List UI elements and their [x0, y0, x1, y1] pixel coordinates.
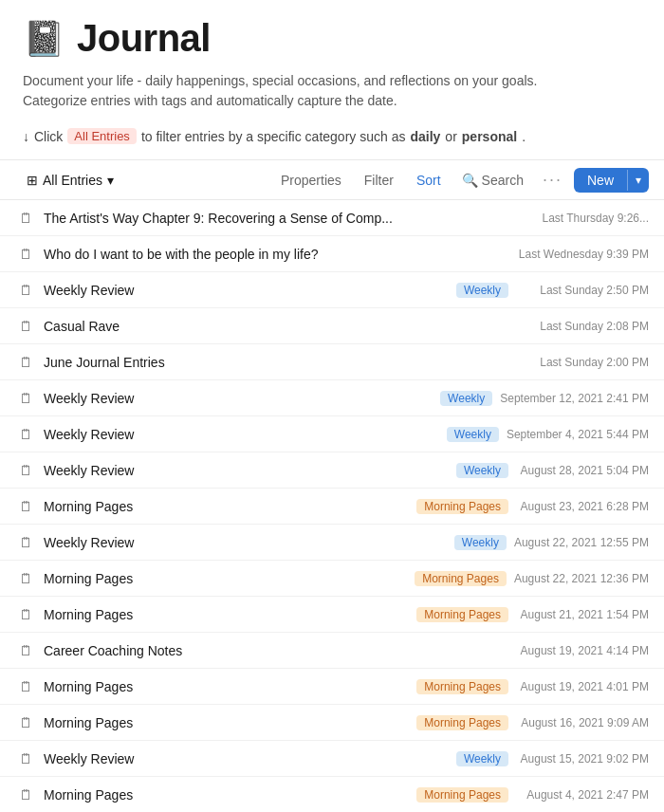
all-entries-button[interactable]: ⊞ All Entries ▾	[19, 169, 121, 192]
search-icon: 🔍	[462, 173, 478, 188]
document-icon: 🗒	[19, 462, 36, 478]
entry-tags: Morning Pages	[416, 607, 508, 622]
hint-text-after: to filter entries by a specific category…	[141, 129, 406, 144]
entry-title: Career Coaching Notes	[44, 643, 508, 658]
table-row[interactable]: 🗒Morning PagesMorning PagesAugust 21, 20…	[0, 597, 664, 633]
entries-list: 🗒The Artist's Way Chapter 9: Recovering …	[0, 200, 664, 812]
tag-weekly[interactable]: Weekly	[456, 463, 508, 478]
entry-title: Morning Pages	[44, 787, 409, 803]
entry-title: Who do I want to be with the people in m…	[44, 247, 508, 262]
entry-date: August 21, 2021 1:54 PM	[516, 608, 649, 621]
table-row[interactable]: 🗒June Journal EntriesLast Sunday 2:00 PM	[0, 344, 664, 380]
entry-date: Last Sunday 2:08 PM	[516, 320, 649, 333]
entry-title: June Journal Entries	[44, 355, 508, 370]
hint-row: ↓ Click All Entries to filter entries by…	[0, 122, 664, 159]
document-icon: 🗒	[19, 282, 36, 298]
entry-tags: Morning Pages	[416, 715, 508, 730]
table-row[interactable]: 🗒Morning PagesMorning PagesAugust 16, 20…	[0, 705, 664, 741]
entry-tags: Weekly	[456, 463, 508, 478]
table-row[interactable]: 🗒Weekly ReviewWeeklyAugust 15, 2021 9:02…	[0, 741, 664, 777]
all-entries-label: All Entries	[43, 173, 102, 188]
toolbar: ⊞ All Entries ▾ Properties Filter Sort 🔍…	[0, 159, 664, 200]
entry-title: Weekly Review	[44, 427, 439, 442]
hint-arrow: ↓	[23, 129, 29, 144]
document-icon: 🗒	[19, 426, 36, 442]
properties-button[interactable]: Properties	[271, 169, 351, 192]
entry-title: Casual Rave	[44, 319, 508, 334]
table-row[interactable]: 🗒Casual RaveLast Sunday 2:08 PM	[0, 308, 664, 344]
filter-button[interactable]: Filter	[355, 169, 403, 192]
new-button[interactable]: New	[574, 168, 627, 193]
document-icon: 🗒	[19, 714, 36, 730]
new-button-group: New ▾	[574, 168, 649, 193]
entry-tags: Weekly	[447, 427, 499, 442]
entry-date: August 4, 2021 2:47 PM	[516, 788, 649, 802]
table-row[interactable]: 🗒Weekly ReviewWeeklyAugust 28, 2021 5:04…	[0, 452, 664, 489]
document-icon: 🗒	[19, 210, 36, 226]
document-icon: 🗒	[19, 678, 36, 694]
table-row[interactable]: 🗒Morning PagesMorning PagesAugust 22, 20…	[0, 561, 664, 597]
entry-title: Weekly Review	[44, 391, 433, 406]
document-icon: 🗒	[19, 642, 36, 658]
entry-date: August 22, 2021 12:36 PM	[514, 572, 649, 585]
table-row[interactable]: 🗒Morning PagesMorning PagesAugust 4, 202…	[0, 777, 664, 812]
more-options-button[interactable]: ···	[535, 166, 570, 194]
tag-weekly[interactable]: Weekly	[447, 427, 499, 442]
tag-morning[interactable]: Morning Pages	[416, 787, 508, 803]
entry-date: August 19, 2021 4:14 PM	[516, 644, 649, 657]
table-row[interactable]: 🗒Weekly ReviewWeeklyLast Sunday 2:50 PM	[0, 272, 664, 308]
tag-morning[interactable]: Morning Pages	[416, 607, 508, 622]
table-row[interactable]: 🗒Weekly ReviewWeeklySeptember 4, 2021 5:…	[0, 416, 664, 452]
entry-date: August 22, 2021 12:55 PM	[514, 536, 649, 549]
entry-title: Weekly Review	[44, 283, 449, 298]
entry-title: Morning Pages	[44, 679, 409, 694]
hint-text-end: .	[522, 129, 526, 144]
entry-title: Morning Pages	[44, 715, 409, 730]
entry-date: Last Wednesday 9:39 PM	[516, 248, 649, 261]
hint-tag[interactable]: All Entries	[67, 128, 137, 144]
document-icon: 🗒	[19, 498, 36, 514]
page-description: Document your life - daily happenings, s…	[0, 67, 664, 122]
document-icon: 🗒	[19, 606, 36, 622]
document-icon: 🗒	[19, 786, 36, 803]
entry-tags: Weekly	[456, 283, 508, 298]
document-icon: 🗒	[19, 354, 36, 370]
entry-date: Last Sunday 2:50 PM	[516, 284, 649, 297]
tag-morning[interactable]: Morning Pages	[415, 571, 507, 586]
new-dropdown-button[interactable]: ▾	[628, 169, 649, 192]
entry-date: Last Sunday 2:00 PM	[516, 356, 649, 369]
tag-morning[interactable]: Morning Pages	[416, 715, 508, 730]
table-row[interactable]: 🗒The Artist's Way Chapter 9: Recovering …	[0, 200, 664, 236]
entry-date: September 12, 2021 2:41 PM	[500, 392, 649, 405]
table-row[interactable]: 🗒Who do I want to be with the people in …	[0, 236, 664, 272]
entry-title: Morning Pages	[44, 607, 409, 622]
tag-weekly[interactable]: Weekly	[456, 283, 508, 298]
hint-bold2: personal	[462, 129, 517, 144]
table-row[interactable]: 🗒Weekly ReviewWeeklySeptember 12, 2021 2…	[0, 380, 664, 416]
hint-text-before: Click	[34, 129, 63, 144]
entry-title: Morning Pages	[44, 499, 409, 514]
document-icon: 🗒	[19, 750, 36, 766]
entry-date: August 23, 2021 6:28 PM	[516, 500, 649, 513]
tag-weekly[interactable]: Weekly	[454, 535, 507, 550]
hint-bold1: daily	[410, 129, 440, 144]
entry-tags: Morning Pages	[416, 787, 508, 803]
tag-morning[interactable]: Morning Pages	[416, 499, 508, 514]
tag-weekly[interactable]: Weekly	[440, 391, 492, 406]
table-row[interactable]: 🗒Weekly ReviewWeeklyAugust 22, 2021 12:5…	[0, 525, 664, 561]
search-button[interactable]: 🔍 Search	[454, 169, 531, 192]
table-row[interactable]: 🗒Morning PagesMorning PagesAugust 23, 20…	[0, 489, 664, 525]
document-icon: 🗒	[19, 390, 36, 406]
table-row[interactable]: 🗒Career Coaching NotesAugust 19, 2021 4:…	[0, 633, 664, 669]
entry-tags: Weekly	[454, 535, 507, 550]
journal-icon: 📓	[23, 22, 65, 56]
entry-tags: Morning Pages	[416, 679, 508, 694]
entry-title: Weekly Review	[44, 535, 447, 550]
document-icon: 🗒	[19, 318, 36, 334]
table-row[interactable]: 🗒Morning PagesMorning PagesAugust 19, 20…	[0, 669, 664, 705]
tag-weekly[interactable]: Weekly	[456, 751, 508, 766]
document-icon: 🗒	[19, 534, 36, 550]
tag-morning[interactable]: Morning Pages	[416, 679, 508, 694]
sort-button[interactable]: Sort	[407, 169, 451, 192]
entry-date: Last Thursday 9:26...	[516, 212, 649, 225]
